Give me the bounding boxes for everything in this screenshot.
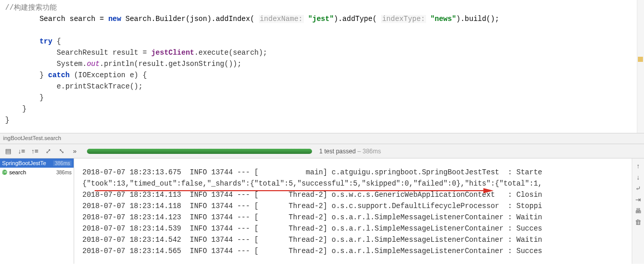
console-line: 2018-07-07 18:23:14.539 INFO 13744 --- [… [82, 224, 542, 233]
editor-gutter[interactable] [637, 0, 644, 133]
console-panel: 2018-07-07 18:23:13.675 INFO 13744 --- [… [74, 158, 644, 264]
test-tree[interactable]: SpringBootJestTe 386ms OK search 386ms [0, 158, 74, 264]
test-pass-icon: OK [2, 170, 7, 175]
print-icon[interactable]: 🖶 [634, 207, 642, 215]
expand-icon[interactable]: ⤢ [43, 146, 53, 156]
tree-method-label: OK search [2, 169, 26, 175]
console-output[interactable]: 2018-07-07 18:23:13.675 INFO 13744 --- [… [74, 158, 644, 264]
soft-wrap-icon[interactable]: ⤶ [634, 184, 642, 192]
console-line: 2018-07-07 18:23:14.565 INFO 13744 --- [… [82, 247, 542, 255]
test-toolbar: ▤ ↓≡ ↑≡ ⤢ ⤡ » 1 test passed – 386ms [0, 144, 644, 158]
test-status: 1 test passed – 386ms [319, 148, 381, 155]
console-line: 2018-07-07 18:23:14.123 INFO 13744 --- [… [82, 213, 542, 221]
tree-method-row[interactable]: OK search 386ms [0, 168, 74, 177]
console-line: 2018-07-07 18:23:14.113 INFO 13744 --- [… [82, 191, 542, 199]
svg-rect-0 [638, 57, 643, 62]
test-progress-bar [87, 149, 312, 154]
breadcrumb-text: ingBootJestTest.search [3, 135, 61, 141]
test-status-time: – 386ms [356, 148, 381, 155]
clear-icon[interactable]: 🗑 [634, 218, 642, 226]
bottom-panel: SpringBootJestTe 386ms OK search 386ms 2… [0, 158, 644, 264]
code-content[interactable]: //构建搜索功能 Search search = new Search.Buil… [0, 0, 644, 126]
toggle-layout-icon[interactable]: ▤ [3, 146, 13, 156]
console-line: 2018-07-07 18:23:14.542 INFO 13744 --- [… [82, 236, 542, 244]
more-options-icon[interactable]: » [70, 146, 80, 156]
tree-class-row[interactable]: SpringBootJestTe 386ms [0, 158, 74, 168]
console-tools: ↑ ↓ ⤶ ⇥ 🖶 🗑 [632, 158, 644, 264]
console-line: 2018-07-07 18:23:13.675 INFO 13744 --- [… [82, 168, 542, 176]
gutter-marker-icon[interactable] [638, 56, 643, 61]
console-line: {"took":13,"timed_out":false,"_shards":{… [82, 179, 542, 188]
scroll-down-icon[interactable]: ↓ [634, 173, 642, 181]
tree-method-time: 386ms [56, 170, 72, 175]
sort-up-icon[interactable]: ↑≡ [30, 146, 40, 156]
test-status-text: 1 test passed [319, 148, 356, 155]
export-icon[interactable]: ⇥ [634, 195, 642, 203]
collapse-icon[interactable]: ⤡ [56, 146, 66, 156]
tree-class-label: SpringBootJestTe [2, 160, 46, 166]
code-editor[interactable]: //构建搜索功能 Search search = new Search.Buil… [0, 0, 644, 133]
code-comment: //构建搜索功能 [5, 4, 57, 12]
breadcrumb[interactable]: ingBootJestTest.search [0, 133, 644, 144]
sort-down-icon[interactable]: ↓≡ [16, 146, 27, 156]
console-line: 2018-07-07 18:23:14.118 INFO 13744 --- [… [82, 202, 542, 210]
tree-class-time: 386ms [53, 161, 72, 166]
scroll-up-icon[interactable]: ↑ [634, 162, 642, 170]
